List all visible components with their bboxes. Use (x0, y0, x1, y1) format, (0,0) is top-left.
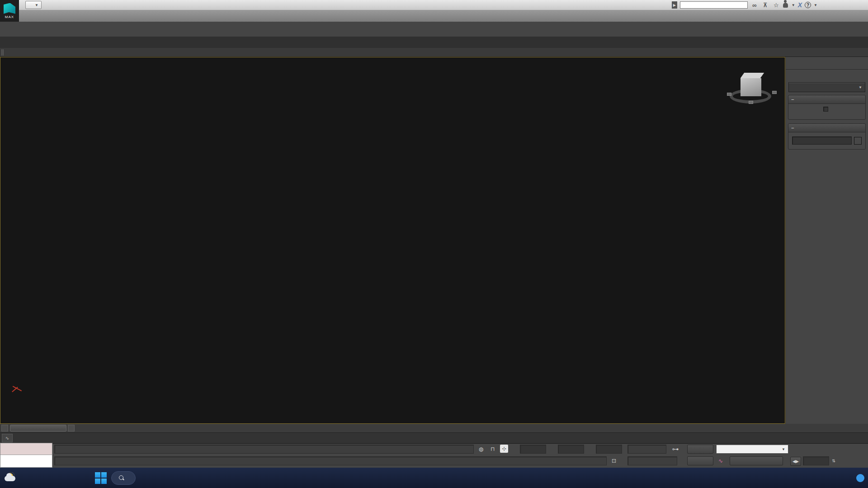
menu-bar (0, 10, 868, 22)
title-bar: MAX ▼ ▶ ∞ ⊼ ☆ ▼ X ? ▼ (0, 0, 868, 10)
communication-center-icon[interactable]: ⊼ (761, 2, 769, 9)
keyword-search-input[interactable] (680, 1, 748, 9)
ribbon-tab-bar (0, 37, 868, 48)
user-avatar-icon (783, 3, 788, 8)
viewcube-front-face[interactable] (741, 78, 761, 96)
chevron-down-icon: ▼ (792, 3, 795, 7)
maxscript-mini-listener[interactable] (0, 443, 52, 468)
autogrid-checkbox[interactable] (823, 107, 828, 112)
selection-lock-icon[interactable]: ⊓ (488, 445, 497, 454)
3ds-max-window: MAX ▼ ▶ ∞ ⊼ ☆ ▼ X ? ▼ (0, 0, 868, 488)
status-bar: ◍ ⊓ ⊹ ⊶ ▼ ⊡ ∿ ◀▶ ⇅ (0, 444, 868, 468)
workspace-dropdown[interactable]: ▼ (25, 1, 42, 9)
prompt-line-field (54, 456, 607, 465)
listener-macro-recorder-pane[interactable] (0, 443, 52, 455)
3ds-max-logo-icon (4, 3, 15, 14)
world-axis-tripod (10, 382, 28, 400)
y-coord-field[interactable] (558, 445, 584, 454)
perspective-viewport[interactable] (0, 57, 785, 424)
ribbon-grip[interactable] (1, 49, 4, 56)
grid-size-field (627, 445, 666, 454)
weather-widget[interactable] (5, 472, 95, 484)
key-mode-toggle-button[interactable]: ◀▶ (790, 457, 801, 466)
selection-region-icon[interactable]: ⊡ (609, 456, 618, 465)
system-tray (834, 468, 864, 488)
x-coord-field[interactable] (520, 445, 546, 454)
previous-frame-arrow[interactable] (1, 425, 8, 432)
next-frame-arrow[interactable] (68, 425, 75, 432)
selection-status-field (54, 445, 474, 454)
viewcube-top-face[interactable] (741, 73, 764, 78)
compass-south-marker (749, 101, 753, 104)
exchange-apps-icon[interactable]: X (798, 1, 802, 9)
create-category-icons (786, 70, 868, 81)
set-key-button[interactable] (687, 456, 713, 465)
time-slider[interactable] (10, 425, 66, 432)
compass-west-marker (727, 93, 731, 96)
weather-icon (5, 472, 18, 484)
primitive-category-dropdown[interactable]: ▼ (788, 82, 865, 92)
taskbar-center (95, 471, 140, 485)
search-panel-toggle[interactable]: ▶ (672, 1, 677, 9)
search-icon (119, 475, 124, 481)
viewport-scene (0, 57, 785, 423)
taskbar-search[interactable] (111, 471, 136, 485)
absolute-mode-transform-icon[interactable]: ⊹ (500, 445, 508, 453)
help-icon[interactable]: ? (805, 2, 811, 8)
object-name-input[interactable] (792, 136, 852, 145)
frame-spinner[interactable]: ⇅ (829, 456, 838, 465)
main-toolbar (0, 22, 868, 37)
object-type-rollout: − (788, 95, 866, 120)
compass-east-marker (772, 91, 777, 94)
max-logo-label: MAX (5, 15, 14, 19)
search-icon[interactable]: ∞ (750, 2, 759, 9)
open-mini-curve-editor-button[interactable]: ∿ (2, 434, 13, 442)
collapse-icon: − (791, 97, 794, 102)
close-button[interactable] (853, 0, 866, 9)
timeline-ruler[interactable]: ∿ (0, 433, 868, 444)
chevron-down-icon: ▼ (814, 3, 817, 7)
object-color-swatch[interactable] (854, 137, 862, 145)
chevron-down-icon: ▼ (35, 3, 38, 7)
isolate-selection-icon[interactable]: ◍ (476, 445, 486, 454)
view-cube[interactable] (729, 71, 774, 107)
set-keys-curve-icon[interactable]: ∿ (716, 456, 725, 465)
command-panel-tabs (786, 57, 868, 70)
sign-in-button[interactable]: ▼ (783, 3, 795, 8)
collapse-icon: − (791, 125, 794, 131)
notification-count-badge[interactable] (856, 474, 864, 482)
listener-text[interactable] (0, 455, 52, 467)
z-coord-field[interactable] (596, 445, 622, 454)
add-time-tag-field[interactable] (627, 456, 677, 465)
name-and-color-rollout: − (788, 123, 866, 150)
chevron-down-icon: ▼ (782, 447, 785, 451)
key-selection-dropdown[interactable]: ▼ (716, 445, 788, 454)
key-icon: ⊶ (671, 445, 680, 454)
command-panel: ▼ − − (785, 57, 868, 424)
chevron-down-icon: ▼ (859, 85, 862, 89)
application-menu-button[interactable]: MAX (0, 0, 19, 22)
object-type-rollout-header[interactable]: − (788, 95, 865, 104)
track-bar (0, 424, 868, 433)
ribbon-panel-strip (0, 48, 868, 57)
favorites-star-icon[interactable]: ☆ (772, 2, 780, 9)
start-button[interactable] (95, 472, 107, 484)
maximize-button[interactable] (836, 0, 850, 9)
viewport-statistics (5, 71, 11, 83)
name-color-rollout-header[interactable]: − (788, 124, 865, 132)
windows-taskbar (0, 468, 868, 488)
current-frame-field[interactable] (803, 456, 829, 465)
auto-key-button[interactable] (687, 445, 713, 454)
key-filters-button[interactable] (730, 456, 783, 465)
minimize-button[interactable] (820, 0, 834, 9)
